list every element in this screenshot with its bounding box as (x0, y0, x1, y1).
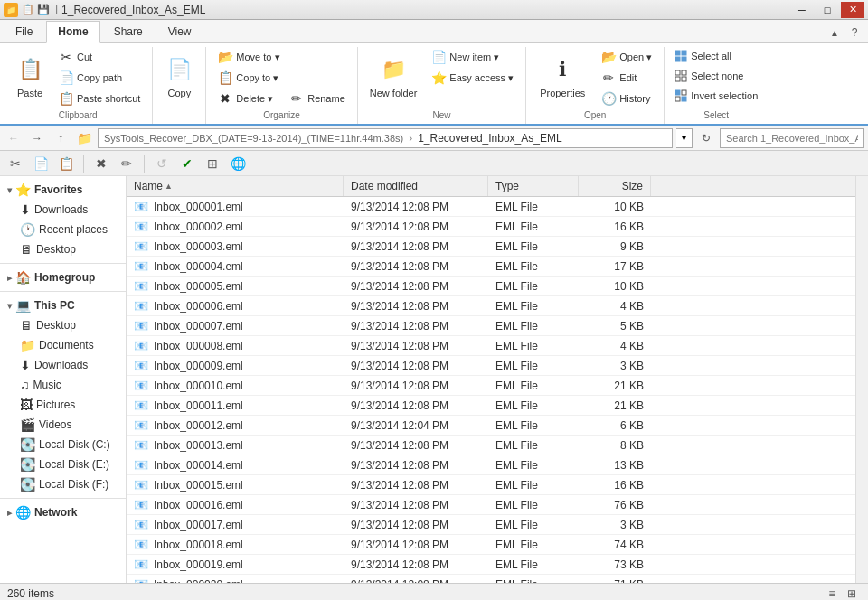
tab-view[interactable]: View (156, 21, 203, 42)
table-row[interactable]: 📧 Inbox_000019.eml 9/13/2014 12:08 PM EM… (127, 555, 855, 575)
sidebar-network-header[interactable]: ▸ 🌐 Network (0, 502, 126, 522)
scrollbar[interactable] (855, 176, 868, 583)
sidebar-item-music[interactable]: ♫ Music (0, 375, 126, 395)
table-row[interactable]: 📧 Inbox_000011.eml 9/13/2014 12:08 PM EM… (127, 396, 855, 416)
paste-tool-btn[interactable]: 📋 (54, 153, 78, 174)
table-row[interactable]: 📧 Inbox_000002.eml 9/13/2014 12:08 PM EM… (127, 217, 855, 237)
table-row[interactable]: 📧 Inbox_000013.eml 9/13/2014 12:08 PM EM… (127, 436, 855, 455)
up-button[interactable]: ↑ (51, 128, 71, 148)
table-row[interactable]: 📧 Inbox_000012.eml 9/13/2014 12:04 PM EM… (127, 416, 855, 436)
select-none-button[interactable]: Select none (670, 67, 762, 85)
table-row[interactable]: 📧 Inbox_000017.eml 9/13/2014 12:08 PM EM… (127, 515, 855, 535)
copy-button[interactable]: 📄 Copy (158, 47, 200, 107)
sidebar-thispc-header[interactable]: ▾ 💻 This PC (0, 295, 126, 315)
edit-button[interactable]: ✏ Edit (595, 68, 658, 88)
file-cell-name: 📧 Inbox_000020.eml (127, 575, 344, 583)
address-dropdown-btn[interactable]: ▾ (676, 128, 693, 148)
close-button[interactable]: ✕ (841, 2, 864, 18)
file-list-container[interactable]: Name ▲ Date modified Type Size 📧 Inbox_0… (127, 176, 855, 583)
globe-tool-btn[interactable]: 🌐 (226, 153, 250, 174)
delete-button[interactable]: ✖ Delete ▾ (212, 89, 279, 108)
file-cell-type: EML File (488, 476, 579, 494)
undo-tool-btn[interactable]: ↺ (150, 153, 174, 174)
table-row[interactable]: 📧 Inbox_000004.eml 9/13/2014 12:08 PM EM… (127, 257, 855, 277)
paste-shortcut-button[interactable]: 📋 Paste shortcut (52, 89, 146, 108)
check-tool-btn[interactable]: ✔ (175, 153, 199, 174)
refresh-button[interactable]: ↻ (696, 128, 716, 148)
view-details-btn[interactable]: ⊞ (843, 586, 861, 601)
copy-path-button[interactable]: 📄 Copy path (52, 68, 146, 88)
move-to-button[interactable]: 📂 Move to ▾ (212, 47, 351, 67)
tab-file[interactable]: File (4, 21, 44, 42)
cut-button[interactable]: ✂ Cut (52, 47, 146, 67)
table-row[interactable]: 📧 Inbox_000001.eml 9/13/2014 12:08 PM EM… (127, 197, 855, 217)
paste-button[interactable]: 📋 Paste (9, 47, 51, 107)
copy-to-icon: 📋 (218, 70, 232, 85)
file-cell-name: 📧 Inbox_000003.eml (127, 237, 344, 256)
table-row[interactable]: 📧 Inbox_000003.eml 9/13/2014 12:08 PM EM… (127, 237, 855, 257)
minimize-button[interactable]: ─ (790, 2, 814, 18)
copy-tool-btn[interactable]: 📄 (29, 153, 52, 174)
col-header-name[interactable]: Name ▲ (127, 176, 344, 196)
path-separator-1: › (409, 132, 412, 145)
file-rows-container: 📧 Inbox_000001.eml 9/13/2014 12:08 PM EM… (127, 197, 855, 583)
file-cell-name: 📧 Inbox_000013.eml (127, 436, 344, 455)
back-button[interactable]: ← (4, 128, 24, 148)
file-cell-size: 8 KB (579, 436, 651, 455)
table-row[interactable]: 📧 Inbox_000018.eml 9/13/2014 12:08 PM EM… (127, 535, 855, 555)
history-button[interactable]: 🕐 History (595, 89, 658, 108)
tab-home[interactable]: Home (46, 21, 99, 43)
table-row[interactable]: 📧 Inbox_000014.eml 9/13/2014 12:08 PM EM… (127, 455, 855, 475)
table-row[interactable]: 📧 Inbox_000016.eml 9/13/2014 12:08 PM EM… (127, 495, 855, 515)
sidebar-item-local-e[interactable]: 💽 Local Disk (E:) (0, 455, 126, 474)
delete-tool-btn[interactable]: ✖ (90, 153, 113, 174)
maximize-button[interactable]: □ (816, 2, 839, 18)
table-row[interactable]: 📧 Inbox_000007.eml 9/13/2014 12:08 PM EM… (127, 316, 855, 336)
sidebar-item-local-f[interactable]: 💽 Local Disk (F:) (0, 474, 126, 494)
table-row[interactable]: 📧 Inbox_000020.eml 9/13/2014 12:08 PM EM… (127, 575, 855, 583)
select-all-button[interactable]: Select all (670, 47, 762, 65)
sidebar-item-desktop[interactable]: 🖥 Desktop (0, 315, 126, 335)
table-row[interactable]: 📧 Inbox_000008.eml 9/13/2014 12:08 PM EM… (127, 336, 855, 356)
col-header-size[interactable]: Size (579, 176, 651, 196)
file-cell-size: 71 KB (579, 576, 651, 584)
ribbon-collapse-btn[interactable]: ▲ (825, 23, 844, 42)
sidebar-div-3 (0, 498, 126, 499)
sidebar-div-1 (0, 263, 126, 264)
sidebar-item-recent-places[interactable]: 🕐 Recent places (0, 220, 126, 239)
svg-rect-5 (682, 70, 686, 75)
rename-button[interactable]: ✏ Rename (283, 89, 352, 108)
address-path[interactable]: SysTools_Recover_DBX_(DATE=9-13-2014)_(T… (98, 128, 673, 148)
col-header-date[interactable]: Date modified (344, 176, 488, 196)
view-tool-btn[interactable]: ⊞ (201, 153, 224, 174)
sidebar-item-downloads[interactable]: ⬇ Downloads (0, 200, 126, 220)
invert-selection-button[interactable]: Invert selection (670, 87, 762, 105)
open-button[interactable]: 📂 Open ▾ (595, 47, 658, 67)
sidebar-item-documents[interactable]: 📁 Documents (0, 335, 126, 355)
table-row[interactable]: 📧 Inbox_000005.eml 9/13/2014 12:08 PM EM… (127, 277, 855, 296)
cut-tool-btn[interactable]: ✂ (4, 153, 27, 174)
tab-share[interactable]: Share (102, 21, 155, 42)
easy-access-button[interactable]: ⭐ Easy access ▾ (425, 68, 520, 88)
sidebar-item-pictures[interactable]: 🖼 Pictures (0, 395, 126, 415)
sidebar-homegroup-header[interactable]: ▸ 🏠 Homegroup (0, 267, 126, 287)
sidebar-favorites-header[interactable]: ▾ ⭐ Favorites (0, 180, 126, 200)
table-row[interactable]: 📧 Inbox_000015.eml 9/13/2014 12:08 PM EM… (127, 475, 855, 495)
new-item-button[interactable]: 📄 New item ▾ (425, 47, 520, 67)
sidebar-item-desktop-fav[interactable]: 🖥 Desktop (0, 239, 126, 259)
table-row[interactable]: 📧 Inbox_000010.eml 9/13/2014 12:08 PM EM… (127, 376, 855, 396)
table-row[interactable]: 📧 Inbox_000006.eml 9/13/2014 12:08 PM EM… (127, 296, 855, 316)
view-list-btn[interactable]: ≡ (823, 586, 841, 601)
help-btn[interactable]: ? (844, 23, 864, 42)
col-header-type[interactable]: Type (488, 176, 579, 196)
rename-tool-btn[interactable]: ✏ (115, 153, 138, 174)
forward-button[interactable]: → (27, 128, 47, 148)
sidebar-item-local-c[interactable]: 💽 Local Disk (C:) (0, 435, 126, 455)
sidebar-item-videos[interactable]: 🎬 Videos (0, 415, 126, 435)
new-folder-button[interactable]: 📁 New folder (363, 47, 424, 107)
sidebar-item-downloads-pc[interactable]: ⬇ Downloads (0, 355, 126, 375)
table-row[interactable]: 📧 Inbox_000009.eml 9/13/2014 12:08 PM EM… (127, 356, 855, 376)
search-input[interactable] (720, 128, 864, 148)
properties-button[interactable]: ℹ Properties (532, 47, 593, 107)
copy-to-button[interactable]: 📋 Copy to ▾ (212, 68, 351, 88)
